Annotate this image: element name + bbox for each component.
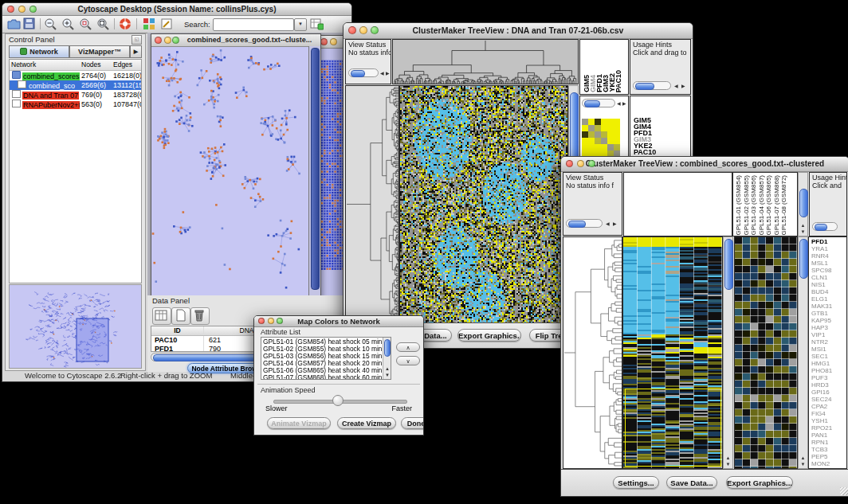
network-vertical-scrollbar[interactable] — [308, 46, 320, 295]
save-data-button[interactable]: Save Data... — [666, 476, 717, 489]
scrollbar-thumb[interactable] — [351, 70, 365, 77]
tab-vizmapper[interactable]: VizMapper™ — [69, 45, 130, 58]
gene-label[interactable]: HRD3 — [811, 381, 832, 389]
gene-label[interactable]: YRA1 — [811, 245, 832, 252]
gene-label[interactable]: CPA2 — [811, 403, 832, 410]
animate-vizmap-button[interactable]: Animate Vizmap — [267, 417, 331, 429]
scroll-right-icon[interactable]: ▶ — [681, 83, 685, 88]
minimize-icon[interactable] — [577, 160, 584, 167]
gene-label[interactable]: GPI16 — [811, 389, 832, 396]
array-label[interactable]: GPL51-04 (GSM857) — [758, 175, 766, 236]
gene-label[interactable]: PAC10 — [634, 149, 656, 155]
scroll-up-icon[interactable]: ▲ — [724, 455, 732, 461]
scrollbar-thumb[interactable] — [724, 239, 733, 290]
attribute-select-icon[interactable] — [152, 307, 171, 325]
create-vizmap-button[interactable]: Create Vizmap — [337, 417, 396, 429]
gene-label[interactable]: BUD4 — [811, 288, 832, 295]
heatmap-vscrollbar[interactable]: ▲ ▼ — [723, 236, 733, 469]
scroll-left-icon[interactable]: ◀ — [606, 221, 610, 226]
gene-label[interactable]: VIP1 — [811, 331, 832, 338]
network-row[interactable]: combined_sco2569(6)13112(15) — [10, 80, 141, 90]
frame-titlebar[interactable]: combined_scores_good.txt--cluste... — [151, 34, 320, 47]
scrollbar-thumb[interactable] — [584, 100, 600, 107]
close-icon[interactable] — [7, 6, 14, 13]
scroll-left-icon[interactable]: ◀ — [380, 70, 384, 76]
gene-label[interactable]: ELG1 — [811, 295, 832, 303]
zoom-window-icon[interactable] — [29, 6, 37, 13]
scroll-left-icon[interactable]: ◀ — [674, 83, 678, 88]
column-dendrogram-box[interactable] — [623, 172, 732, 236]
scrollbar-thumb[interactable] — [384, 339, 391, 357]
open-file-icon[interactable] — [7, 18, 22, 31]
array-label[interactable]: GIM3 — [602, 75, 608, 92]
new-attribute-icon[interactable] — [171, 307, 190, 325]
treeview-dna-titlebar[interactable]: ClusterMaker TreeView : DNA and Tran 07-… — [344, 23, 693, 39]
network-overview-thumbnail[interactable] — [9, 284, 142, 369]
close-icon[interactable] — [320, 38, 328, 45]
genelist-vscrollbar[interactable]: ▲ ▼ — [798, 236, 808, 469]
export-graphics-button[interactable]: Export Graphics... — [457, 329, 521, 342]
array-label[interactable]: GPL51-01 (GSM854) — [735, 175, 743, 236]
scroll-down-icon[interactable]: ▼ — [799, 462, 807, 467]
gene-label[interactable]: YSH1 — [811, 417, 832, 424]
correlation-matrix[interactable] — [582, 119, 620, 157]
network-row[interactable]: combined_scores2764(0)16218(0) — [10, 71, 141, 80]
search-input[interactable] — [213, 18, 294, 31]
minimize-icon[interactable] — [268, 318, 274, 324]
mini-hscrollbar[interactable] — [812, 222, 838, 231]
gene-label[interactable]: HMG1 — [811, 360, 832, 367]
gene-label[interactable]: RPN1 — [811, 439, 832, 446]
float-panel-icon[interactable]: ◱ — [132, 35, 142, 45]
zoom-window-icon[interactable] — [172, 37, 179, 44]
scroll-right-icon[interactable]: ▶ — [613, 221, 617, 226]
gene-label[interactable]: PHO81 — [811, 367, 832, 374]
slider-thumb[interactable] — [332, 395, 344, 406]
scroll-down-icon[interactable]: ▼ — [724, 462, 732, 467]
settings-button[interactable]: Settings... — [613, 476, 659, 489]
array-label[interactable]: GPL51-06 (GSM865) — [765, 175, 773, 236]
array-label[interactable]: GPL51-07 (GSM868) — [773, 175, 781, 236]
gene-label[interactable]: PUF3 — [811, 374, 832, 381]
scroll-up-icon[interactable]: ▲ — [383, 366, 391, 372]
gene-label[interactable]: KAP95 — [811, 317, 832, 324]
gene-label[interactable]: SEC1 — [811, 353, 832, 360]
minimize-icon[interactable] — [18, 6, 26, 13]
gene-dendrogram[interactable] — [346, 86, 398, 322]
array-label[interactable]: YKE2 — [608, 73, 614, 92]
annotation-icon[interactable] — [160, 18, 175, 31]
import-table-icon[interactable] — [310, 18, 324, 31]
gene-label[interactable]: PEP5 — [811, 453, 832, 460]
mini-hscrollbar[interactable] — [348, 68, 379, 77]
labels-vscrollbar[interactable]: ▲ ▼ — [798, 172, 808, 236]
help-lifebuoy-icon[interactable] — [119, 18, 133, 31]
delete-attribute-icon[interactable] — [190, 307, 210, 325]
gene-label[interactable]: SPC98 — [811, 267, 832, 274]
scroll-right-icon[interactable]: ▶ — [622, 100, 626, 106]
network-row[interactable]: RNAPuberNov2+I563(0)107847(0) — [10, 100, 141, 109]
tab-network[interactable]: Network — [9, 45, 69, 58]
gene-label[interactable]: CLN1 — [811, 274, 832, 281]
close-icon[interactable] — [348, 26, 356, 34]
network-table-header[interactable]: Edges — [112, 60, 141, 70]
array-label[interactable]: GPL51-03 (GSM856) — [750, 175, 758, 236]
close-icon[interactable] — [155, 37, 162, 44]
array-label[interactable]: GIM4 — [589, 75, 595, 92]
zoom-hscrollbar[interactable] — [582, 99, 615, 107]
expression-heatmap[interactable] — [623, 237, 722, 468]
mini-hscrollbar[interactable] — [566, 219, 603, 228]
zoom-heatmap[interactable] — [735, 237, 797, 468]
zoom-selected-icon[interactable] — [79, 18, 93, 31]
zoom-in-icon[interactable] — [61, 18, 76, 31]
vizmapper-icon[interactable] — [143, 18, 157, 31]
gene-label[interactable]: RNR4 — [811, 252, 832, 260]
array-label[interactable]: GPL51-02 (GSM855) — [743, 175, 751, 236]
scrollbar-thumb[interactable] — [568, 221, 586, 228]
search-dropdown-icon[interactable]: ▼ — [294, 18, 307, 31]
zoom-window-icon[interactable] — [277, 318, 283, 324]
scrollbar-thumb[interactable] — [799, 239, 808, 279]
scroll-up-icon[interactable]: ▲ — [799, 455, 807, 461]
tab-overflow-arrow[interactable]: ▶ — [130, 45, 142, 58]
gene-label[interactable]: NIS1 — [811, 281, 832, 288]
scrollbar-thumb[interactable] — [311, 48, 320, 290]
done-button[interactable]: Done — [401, 417, 424, 429]
